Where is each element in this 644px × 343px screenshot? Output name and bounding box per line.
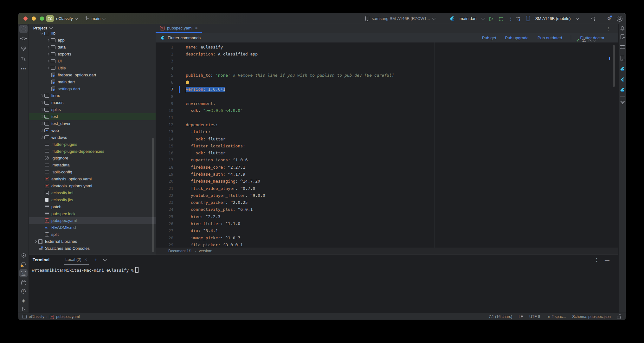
chevron-down-icon[interactable]: [481, 16, 485, 20]
gutter-line-number[interactable]: 9: [156, 101, 181, 106]
minimize-window-button[interactable]: [32, 16, 36, 21]
code-line-25[interactable]: 25 hive: ^2.2.3: [156, 213, 618, 220]
gutter-line-number[interactable]: 1: [156, 45, 181, 49]
new-terminal-button[interactable]: +: [94, 257, 97, 263]
tree-item-test[interactable]: test: [29, 113, 156, 120]
quality-insights-tool-button[interactable]: ◈: [19, 296, 28, 305]
chevron-right-icon[interactable]: [46, 53, 49, 56]
tree-item-macos[interactable]: macos: [29, 99, 156, 106]
chevron-right-icon[interactable]: [46, 66, 49, 69]
tree-item-app[interactable]: app: [29, 37, 156, 44]
editor-scrollbar[interactable]: [613, 45, 615, 87]
status-file[interactable]: pubspec.yaml: [56, 314, 80, 319]
caret-position-widget[interactable]: 7:1 (16 chars): [489, 314, 512, 319]
account-avatar[interactable]: [617, 16, 622, 22]
tree-item-data[interactable]: data: [29, 44, 156, 51]
chevron-down-icon[interactable]: [49, 25, 53, 29]
project-panel-header[interactable]: Project: [29, 24, 156, 32]
pub-upgrade-link[interactable]: Pub upgrade: [505, 36, 529, 40]
tree-item-analysis-options-yaml[interactable]: analysis_options.yaml: [29, 176, 156, 183]
gutter-line-number[interactable]: 25: [156, 214, 181, 219]
code-line-7[interactable]: 7version: 1.0.0+1: [156, 86, 618, 93]
pull-requests-tool-button[interactable]: [19, 55, 28, 63]
chevron-right-icon[interactable]: [40, 108, 43, 111]
status-project[interactable]: eClassify: [29, 314, 44, 319]
device-manager-tool-button[interactable]: [618, 33, 626, 41]
breadcrumb-node[interactable]: version:: [199, 249, 212, 253]
logcat-tool-button[interactable]: [19, 278, 28, 287]
gutter-line-number[interactable]: 27: [156, 228, 181, 233]
tree-item-scratches-and-consoles[interactable]: Scratches and Consoles: [29, 245, 156, 252]
prev-problem-icon[interactable]: [588, 39, 591, 43]
terminal-output[interactable]: wrteamnikita@Nikitas-Mac-mini eClassify …: [29, 265, 618, 313]
code-line-24[interactable]: 24 connectivity_plus: ^6.0.1: [156, 206, 618, 213]
gutter-line-number[interactable]: 16: [156, 151, 181, 155]
code-line-10[interactable]: 10 sdk: ">=3.0.6 <4.0.0": [156, 107, 618, 114]
gutter-line-number[interactable]: 10: [156, 108, 181, 113]
tree-item-splits[interactable]: splits: [29, 106, 156, 113]
device-selector[interactable]: samsung SM-A146B [RZCW1...: [365, 13, 435, 24]
more-tool-windows-button[interactable]: •••: [19, 65, 28, 73]
hot-reload-tool-button[interactable]: [618, 98, 626, 107]
gutter-line-number[interactable]: 8: [156, 94, 181, 99]
gutter-line-number[interactable]: 5: [156, 73, 181, 78]
tree-item-devtools-options-yaml[interactable]: devtools_options.yaml: [29, 183, 156, 190]
project-scrollbar[interactable]: [152, 138, 154, 252]
gutter-line-number[interactable]: 2: [156, 52, 181, 56]
code-line-14[interactable]: 14 sdk: flutter: [156, 135, 618, 142]
gutter-line-number[interactable]: 19: [156, 172, 181, 177]
gutter-line-number[interactable]: 3: [156, 59, 181, 63]
code-line-20[interactable]: 20 firebase_messaging: ^14.7.20: [156, 178, 618, 185]
tree-item-readme-md[interactable]: README.md: [29, 224, 156, 231]
terminal-tool-button[interactable]: ›_: [19, 269, 28, 277]
problems-tool-button[interactable]: !: [19, 287, 28, 295]
gutter-line-number[interactable]: 15: [156, 144, 181, 148]
tree-item-firebase-options-dart[interactable]: firebase_options.dart: [29, 71, 156, 78]
branch-selector[interactable]: main: [92, 16, 100, 21]
chevron-right-icon[interactable]: [34, 240, 37, 243]
tree-item-windows[interactable]: windows: [29, 134, 156, 141]
terminal-more-icon[interactable]: ⋮: [594, 257, 599, 263]
terminal-tab-local[interactable]: Local (2) ✕: [64, 255, 89, 265]
next-problem-icon[interactable]: [593, 38, 596, 42]
line-separator-widget[interactable]: LF: [518, 314, 523, 319]
chevron-right-icon[interactable]: [40, 101, 43, 104]
code-line-18[interactable]: 18 firebase_core: ^2.27.1: [156, 164, 618, 171]
project-tool-button[interactable]: [19, 25, 28, 33]
tree-item-settings-dart[interactable]: settings.dart: [29, 85, 156, 92]
code-line-9[interactable]: 9environment:: [156, 100, 618, 107]
encoding-widget[interactable]: UTF-8: [529, 314, 540, 319]
device-widget[interactable]: SM A146B (mobile): [535, 16, 571, 21]
inspections-widget[interactable]: ✓ 11: [576, 38, 596, 43]
gutter-line-number[interactable]: 23: [156, 200, 181, 205]
code-line-27[interactable]: 27 dio: ^5.4.1: [156, 227, 618, 234]
gutter-line-number[interactable]: 17: [156, 158, 181, 162]
running-devices-tool-button[interactable]: [618, 43, 626, 51]
tree-item-test-driver[interactable]: test_driver: [29, 120, 156, 127]
code-line-11[interactable]: 11: [156, 114, 618, 121]
tree-item--gitignore[interactable]: .gitignore: [29, 155, 156, 162]
chevron-right-icon[interactable]: [40, 129, 43, 132]
commit-tool-button[interactable]: [19, 35, 28, 43]
indent-widget[interactable]: ⇥ 2 spac...: [546, 314, 566, 319]
gutter-line-number[interactable]: 14: [156, 137, 181, 141]
gutter-line-number[interactable]: 7: [156, 87, 181, 92]
tree-item-ui[interactable]: Ui: [29, 58, 156, 65]
change-stripe-mark[interactable]: [609, 57, 610, 60]
code-line-19[interactable]: 19 firebase_auth: ^4.17.9: [156, 171, 618, 178]
code-line-17[interactable]: 17 cupertino_icons: ^1.0.6: [156, 157, 618, 164]
project-name-selector[interactable]: eClassify: [56, 16, 73, 21]
code-line-5[interactable]: 5publish_to: 'none' # Remove this line i…: [156, 72, 618, 79]
code-line-29[interactable]: 29 file_picker: ^8.0.0+1: [156, 241, 618, 248]
gutter-line-number[interactable]: 13: [156, 129, 181, 134]
tab-pubspec-yaml[interactable]: pubspec.yaml ✕: [156, 24, 202, 33]
chevron-right-icon[interactable]: [40, 94, 43, 97]
chevron-right-icon[interactable]: [46, 60, 49, 63]
code-line-13[interactable]: 13 flutter:: [156, 128, 618, 135]
app-insights-tool-button[interactable]: [19, 260, 28, 269]
more-actions-button[interactable]: ⋮: [508, 16, 513, 22]
chevron-right-icon[interactable]: [40, 136, 43, 139]
gutter-line-number[interactable]: 20: [156, 179, 181, 184]
attach-debugger-icon[interactable]: [516, 16, 521, 21]
flutter-performance-tool-button[interactable]: [618, 75, 626, 84]
